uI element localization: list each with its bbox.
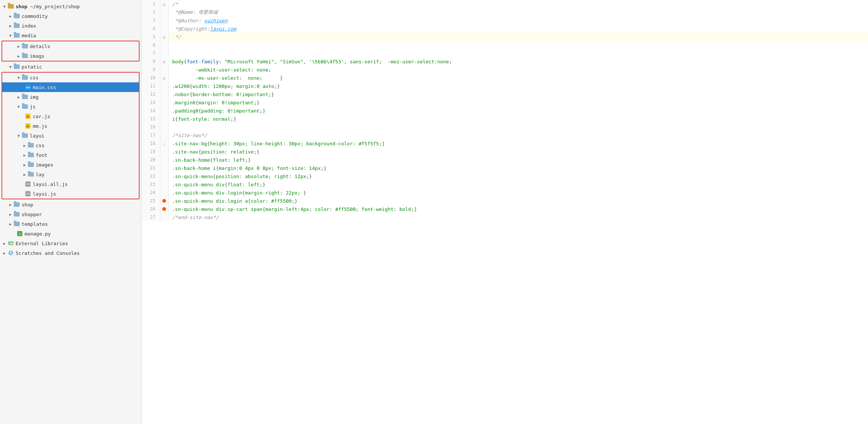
tree-root[interactable]: ▼ shop ~/my_project/shop: [0, 1, 141, 11]
details-folder-icon: [22, 43, 28, 49]
tree-item-layui-js[interactable]: 101 layui.js: [2, 189, 139, 199]
code-line[interactable]: .sn-quick-menu div{float: left;}: [168, 180, 868, 189]
shopper-label: shopper: [22, 212, 138, 217]
mm-js-label: mm.js: [33, 123, 136, 129]
scratches-arrow: ▶: [1, 251, 7, 255]
code-editor[interactable]: 1⊟/*2 *@Name: 母婴商城3 *@Author: xuzhiwen4 …: [141, 0, 868, 424]
tree-item-js[interactable]: ▼ js: [2, 102, 139, 111]
code-line[interactable]: -ms-user-select: none; }: [168, 74, 868, 82]
css-arrow: ▼: [16, 76, 22, 80]
line-number: 9: [141, 66, 160, 74]
tree-item-media[interactable]: ▼ media: [0, 31, 141, 40]
imags-folder-icon: [22, 53, 28, 59]
code-line[interactable]: body{font-family: "Microsoft YaHei", "Si…: [168, 57, 868, 66]
code-line[interactable]: .site-nav{position: relative;}: [168, 148, 868, 156]
code-line[interactable]: *@Copyright:layui.com: [168, 25, 868, 33]
layui-css-folder-icon: [28, 142, 34, 148]
tree-item-index[interactable]: ▶ index: [0, 21, 141, 31]
car-js-icon: js: [25, 113, 31, 119]
tree-item-layui[interactable]: ▼ layui: [2, 131, 139, 140]
tree-item-pstatic[interactable]: ▼ pstatic: [0, 62, 141, 72]
js-label: js: [30, 104, 136, 110]
gutter-cell: [160, 123, 168, 131]
code-line[interactable]: .sn-quick-menu div.sp-cart span{margin-l…: [168, 205, 868, 213]
line-number: 4: [141, 25, 160, 33]
code-line[interactable]: .w1200{width: 1200px; margin:0 auto;}: [168, 82, 868, 90]
tree-item-imags[interactable]: ▶ imags: [2, 51, 139, 61]
code-line[interactable]: .sn-quick-menu div.login{margin-right: 2…: [168, 189, 868, 197]
root-arrow: ▼: [1, 4, 7, 9]
code-line[interactable]: .margin0{margin: 0!important;}: [168, 98, 868, 107]
tree-item-templates[interactable]: ▶ templates: [0, 219, 141, 229]
code-line[interactable]: [168, 41, 868, 49]
main-css-label: main.css: [33, 85, 136, 90]
code-line[interactable]: /*end-site-nav*/: [168, 213, 868, 221]
layui-lay-label: lay: [36, 172, 136, 177]
tree-item-shop[interactable]: ▶ shop: [0, 200, 141, 209]
layui-label: layui: [30, 133, 136, 139]
line-number: 13: [141, 98, 160, 107]
scratches-icon: [7, 250, 14, 256]
code-line[interactable]: .nobor{border-bottom: 0!important;}: [168, 90, 868, 98]
car-js-label: car.js: [33, 114, 136, 119]
layui-all-js-label: layui.all.js: [33, 181, 136, 187]
code-line[interactable]: .site-nav-bg{height: 30px; line-height: …: [168, 139, 868, 148]
tree-item-layui-images[interactable]: ▶ images: [2, 160, 139, 170]
line-number: 5: [141, 33, 160, 41]
code-line[interactable]: .sn-back-home{float: left;}: [168, 156, 868, 164]
root-folder-icon: [7, 3, 14, 9]
tree-item-commodity[interactable]: ▶ commodity: [0, 11, 141, 21]
commodity-arrow: ▶: [7, 14, 13, 18]
media-folder-icon: [13, 32, 20, 38]
layui-css-label: css: [36, 143, 136, 148]
gutter-cell: [160, 8, 168, 16]
file-tree[interactable]: ▼ shop ~/my_project/shop ▶ commodity ▶ i…: [0, 0, 141, 424]
code-line[interactable]: .padding0{padding: 0!important;}: [168, 107, 868, 115]
code-line[interactable]: /*: [168, 0, 868, 8]
code-line[interactable]: i{font-style: normal;}: [168, 115, 868, 123]
layui-font-label: font: [36, 152, 136, 158]
commodity-folder-icon: [13, 13, 20, 19]
line-number: 23: [141, 180, 160, 189]
gutter-cell: [160, 41, 168, 49]
svg-rect-3: [10, 243, 11, 244]
scratches-label: Scratches and Consoles: [16, 250, 138, 256]
tree-item-manage-py[interactable]: 🐍 manage.py: [0, 229, 141, 238]
tree-item-car-js[interactable]: js car.js: [2, 111, 139, 121]
line-number: 21: [141, 164, 160, 172]
gutter-cell: [160, 131, 168, 139]
tree-item-external[interactable]: ▶ External Libraries: [0, 238, 141, 248]
tree-item-layui-font[interactable]: ▶ font: [2, 150, 139, 160]
code-line[interactable]: .sn-quick-menu div.login a{color: #ff550…: [168, 197, 868, 205]
tree-item-img[interactable]: ▶ img: [2, 92, 139, 102]
layui-lay-arrow: ▶: [22, 173, 28, 177]
gutter-cell: [160, 205, 168, 213]
code-line[interactable]: -webkit-user-select: none;: [168, 66, 868, 74]
tree-item-css[interactable]: ▼ css: [2, 73, 139, 82]
code-line[interactable]: *@Author: xuzhiwen: [168, 16, 868, 25]
code-line[interactable]: [168, 123, 868, 131]
img-folder-icon: [22, 94, 28, 100]
tree-item-mm-js[interactable]: js mm.js: [2, 121, 139, 131]
layui-font-arrow: ▶: [22, 153, 28, 157]
tree-item-scratches[interactable]: ▶ Scratches and Consoles: [0, 248, 141, 258]
gutter-cell: [160, 180, 168, 189]
js-arrow: ▼: [16, 105, 22, 109]
code-line[interactable]: .sn-quick-menu{position: absolute; right…: [168, 172, 868, 180]
code-line[interactable]: [168, 49, 868, 57]
code-line[interactable]: .sn-back-home i{margin:0 4px 0 8px; font…: [168, 164, 868, 172]
tree-item-shopper[interactable]: ▶ shopper: [0, 209, 141, 219]
line-number: 7: [141, 49, 160, 57]
line-number: 6: [141, 41, 160, 49]
tree-item-details[interactable]: ▶ details: [2, 41, 139, 51]
tree-item-layui-css[interactable]: ▶ css: [2, 140, 139, 150]
tree-item-layui-lay[interactable]: ▶ lay: [2, 170, 139, 179]
layui-js-icon: 101: [25, 191, 31, 197]
tree-item-layui-all-js[interactable]: 101 layui.all.js: [2, 179, 139, 189]
code-line[interactable]: */: [168, 33, 868, 41]
code-line[interactable]: /*site-nav*/: [168, 131, 868, 139]
line-number: 10: [141, 74, 160, 82]
code-line[interactable]: *@Name: 母婴商城: [168, 8, 868, 16]
tree-item-main-css[interactable]: css main.css: [2, 82, 139, 92]
layui-images-arrow: ▶: [22, 163, 28, 167]
